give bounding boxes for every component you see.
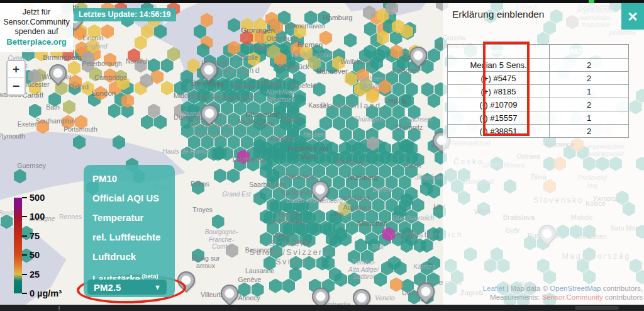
table-header-value: PM2.5 µg/m³ — [550, 45, 629, 59]
annotation-rectangle — [483, 42, 530, 136]
map-pin-icon[interactable] — [197, 101, 222, 126]
menu-item-rel-luftfeuchte[interactable]: rel. Luftfeuchte — [84, 227, 175, 247]
pin-hole — [313, 183, 328, 197]
osm-link[interactable]: OpenStreetMap — [550, 285, 601, 292]
zoom-in-button[interactable]: + — [8, 61, 25, 78]
top-system-bar — [0, 0, 644, 3]
legend-tick-dash — [22, 216, 27, 217]
legend-tick: 25 — [22, 269, 40, 280]
legend-tick-label: 0 µg/m³ — [30, 288, 62, 298]
table-row: (-) #107092 — [448, 98, 629, 111]
last-update-badge: Letztes Update: 14:56:19 — [74, 8, 176, 21]
pin-hole — [419, 285, 433, 299]
table-row: Median 5 Sens.2 — [448, 59, 629, 72]
chevron-down-icon: ▼ — [154, 283, 167, 291]
table-cell: 2 — [550, 72, 629, 85]
legend-tick-dash — [22, 254, 27, 256]
selected-layer-button[interactable]: PM2.5 ▼ — [87, 280, 167, 295]
color-scale-legend: 5001007550250 µg/m³ — [13, 193, 82, 303]
taskbar-handle[interactable] — [575, 306, 619, 310]
pin-hole — [411, 48, 426, 63]
menu-item-pm10[interactable]: PM10 — [84, 169, 175, 188]
layer-menu-items: PM10Official AQI USTemperaturrel. Luftfe… — [84, 169, 175, 286]
betterplace-link[interactable]: Betterplace.org — [6, 37, 66, 47]
table-cell: 2 — [550, 98, 629, 111]
panel-title-link[interactable]: Erklärung einblenden — [452, 9, 545, 20]
map-pin-icon[interactable] — [196, 57, 221, 82]
map-pin-icon[interactable] — [217, 281, 242, 306]
table-cell: 2 — [550, 59, 629, 72]
attribution-line2: Measurements: Sensor.Community contribut… — [483, 293, 643, 302]
pin-hole — [51, 66, 65, 81]
status-green-indicator — [589, 0, 594, 3]
donation-line2: Sensor.Community — [1, 18, 72, 28]
table-row: (+) #81851 — [448, 85, 629, 98]
community-link[interactable]: Sensor.Community — [542, 293, 603, 301]
attribution-sep: | — [504, 285, 510, 292]
pin-hole — [202, 63, 216, 77]
menu-item-official-aqi-us[interactable]: Official AQI US — [84, 188, 175, 208]
attribution-line1: Leaflet | Map data © OpenStreetMap contr… — [483, 285, 643, 293]
zoom-control: + − — [6, 60, 26, 96]
sensor-table: SensorPM2.5 µg/m³ Median 5 Sens.2(+) #54… — [447, 44, 629, 138]
taskbar-divider — [58, 306, 60, 310]
donation-line3: spenden auf — [1, 27, 72, 37]
attribution-contrib2: contributors — [603, 293, 643, 301]
legend-ticks: 5001007550250 µg/m³ — [13, 193, 82, 303]
attribution: Leaflet | Map data © OpenStreetMap contr… — [483, 285, 643, 302]
leaflet-link[interactable]: Leaflet — [483, 285, 505, 292]
pin-hole — [203, 106, 217, 121]
attribution-mapdata: Map data © — [511, 285, 550, 292]
legend-tick-dash — [22, 197, 27, 198]
legend-tick: 50 — [22, 250, 40, 260]
attribution-contrib: contributors, — [601, 285, 643, 292]
table-row: (-) #388512 — [448, 125, 629, 138]
table-row: (+) #54752 — [448, 72, 629, 85]
map-pin-icon[interactable] — [413, 279, 438, 304]
legend-tick-dash — [22, 235, 27, 237]
map-pin-icon[interactable] — [406, 43, 431, 68]
close-button[interactable]: ✕ — [621, 3, 644, 30]
legend-tick-label: 500 — [30, 193, 45, 203]
legend-tick: 75 — [22, 231, 40, 241]
legend-tick-label: 50 — [30, 250, 40, 260]
legend-tick-dash — [22, 293, 27, 294]
legend-tick-label: 100 — [30, 212, 45, 222]
table-row: (-) #155571 — [448, 111, 629, 125]
legend-tick-dash — [22, 274, 27, 275]
attribution-measurements: Measurements: — [490, 293, 541, 301]
zoom-out-button[interactable]: − — [8, 78, 25, 94]
legend-tick-label: 75 — [30, 231, 40, 241]
table-cell: 1 — [550, 85, 629, 98]
app-window: LeedsHullLincolnNottinghamEnglandBirming… — [0, 0, 644, 311]
table-cell: 1 — [550, 111, 629, 125]
menu-item-luftdruck[interactable]: Luftdruck — [84, 247, 175, 266]
pin-hole — [314, 290, 328, 304]
table-header-row: SensorPM2.5 µg/m³ — [448, 45, 629, 59]
legend-tick: 100 — [22, 212, 45, 222]
donation-box: Jetzt für Sensor.Community spenden auf B… — [0, 3, 73, 52]
close-icon: ✕ — [627, 10, 638, 23]
layer-menu: PM10Official AQI USTemperaturrel. Luftfe… — [84, 165, 175, 297]
map-pin-icon[interactable] — [308, 177, 333, 202]
legend-tick: 500 — [22, 193, 45, 203]
map-pin-icon[interactable] — [45, 60, 70, 86]
legend-tick-label: 25 — [30, 269, 40, 280]
selected-layer-label: PM2.5 — [87, 282, 154, 293]
pin-hole — [355, 291, 369, 305]
pin-hole — [223, 286, 237, 301]
table-cell: 2 — [550, 125, 629, 138]
beta-tag: (beta) — [140, 273, 158, 280]
menu-item-temperatur[interactable]: Temperatur — [84, 208, 175, 227]
bottom-task-bar — [0, 305, 644, 311]
legend-tick: 0 µg/m³ — [22, 288, 62, 298]
donation-line1: Jetzt für — [1, 8, 72, 18]
